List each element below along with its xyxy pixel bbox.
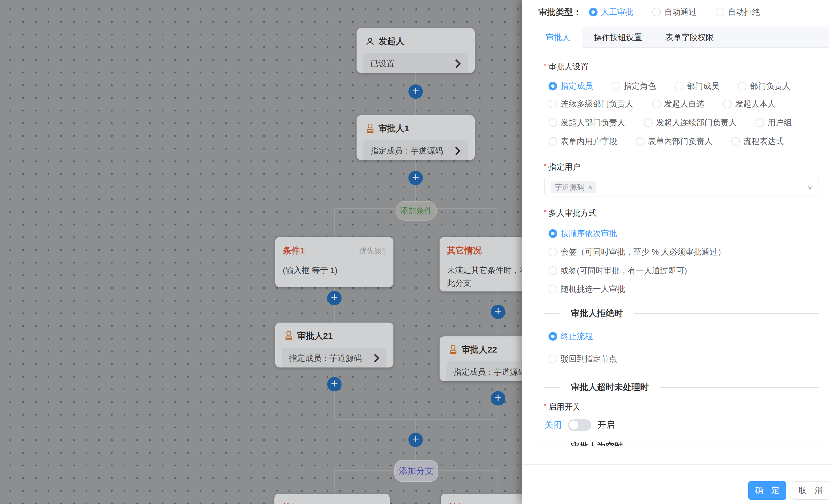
radio-assign-member[interactable]: 指定成员	[548, 81, 593, 92]
radio-auto-reject[interactable]: 自动拒绝	[716, 7, 760, 18]
chevron-right-icon	[455, 59, 461, 68]
empty-approver-divider: 审批人为空时	[544, 440, 819, 446]
connector-line	[334, 369, 335, 419]
connector-line	[334, 208, 335, 237]
radio-form-user-field[interactable]: 表单内用户字段	[548, 136, 617, 147]
reject-section-title: 审批人拒绝时	[571, 308, 623, 320]
node-config-row[interactable]: 指定成员：芋道源码	[363, 140, 468, 160]
radio-dept-member[interactable]: 部门成员	[675, 81, 719, 92]
stamp-icon	[284, 331, 294, 341]
radio-process-expression[interactable]: 流程表达式	[731, 136, 784, 147]
approver-setup-row1: 指定成员 指定角色 部门成员 部门负责人	[548, 81, 790, 92]
add-branch-label: 添加分支	[399, 465, 433, 477]
required-mark: *	[544, 161, 547, 170]
radio-icon	[652, 8, 661, 17]
radio-auto-pass[interactable]: 自动通过	[652, 7, 697, 18]
radio-dept-leader[interactable]: 部门负责人	[738, 81, 790, 92]
multi-approve-row: 随机挑选一人审批	[548, 284, 625, 295]
radio-icon	[548, 267, 557, 275]
add-node-button[interactable]: +	[408, 433, 423, 447]
radio-icon	[548, 137, 557, 146]
required-mark: *	[544, 61, 547, 70]
add-node-button[interactable]: +	[408, 171, 423, 185]
approver-setup-row2: 连续多级部门负责人 发起人自选 发起人本人	[548, 99, 776, 109]
add-node-button[interactable]: +	[491, 305, 505, 319]
multi-approve-row: 按顺序依次审批	[548, 228, 617, 239]
condition-title: 条件1	[283, 245, 305, 257]
radio-user-group[interactable]: 用户组	[756, 117, 792, 128]
approver21-node[interactable]: 审批人21 指定成员：芋道源码	[275, 323, 394, 368]
node-title: 审批人22	[461, 344, 497, 356]
branch-title: 并行2	[448, 502, 470, 504]
node-title: 发起人	[378, 35, 404, 47]
reject-option-row: 终止流程	[548, 331, 593, 342]
branch-merge-line	[334, 419, 498, 420]
multi-approve-label: *多人审批方式	[544, 208, 597, 219]
radio-icon	[589, 8, 597, 17]
node-config-text: 指定成员：芋道源码	[289, 353, 362, 364]
multi-approve-row: 会签（可同时审批，至少 % 人必须审批通过）	[548, 247, 725, 257]
radio-initiator-multi-dept-leader[interactable]: 发起人连续部门负责人	[644, 117, 737, 128]
node-config-row[interactable]: 指定成员：芋道源码	[282, 348, 386, 368]
assigned-user-select[interactable]: 芋道源码 × ∨	[545, 178, 819, 196]
radio-manual-approve[interactable]: 人工审批	[589, 7, 633, 18]
empty-approver-title: 审批人为空时	[571, 440, 623, 446]
radio-random-one[interactable]: 随机挑选一人审批	[548, 284, 625, 295]
person-icon	[365, 36, 375, 46]
radio-icon	[548, 82, 557, 91]
tab-form-permissions[interactable]: 表单字段权限	[654, 27, 725, 48]
tab-approver[interactable]: 审批人	[534, 27, 582, 48]
radio-multi-level-dept-leader[interactable]: 连续多级部门负责人	[548, 99, 633, 109]
footer-divider	[522, 464, 833, 464]
radio-icon	[731, 137, 740, 146]
radio-or-sign[interactable]: 或签(可同时审批，有一人通过即可)	[548, 265, 687, 276]
switch-on-label: 开启	[597, 419, 615, 431]
timeout-section-title: 审批人超时未处理时	[571, 381, 649, 393]
condition-title: 其它情况	[447, 245, 482, 257]
radio-icon	[652, 100, 661, 108]
tag-close-icon[interactable]: ×	[588, 183, 592, 192]
reject-section-divider: 审批人拒绝时	[544, 308, 819, 320]
radio-initiator-dept-leader[interactable]: 发起人部门负责人	[548, 117, 625, 128]
enable-switch-row: 关闭 开启	[545, 419, 615, 431]
radio-initiator-choose[interactable]: 发起人自选	[652, 99, 705, 109]
tab-button-settings[interactable]: 操作按钮设置	[582, 27, 654, 48]
add-node-button[interactable]: +	[408, 84, 423, 99]
chevron-right-icon	[373, 354, 380, 362]
parallel1-node[interactable]: 并行1 无优先级	[275, 494, 390, 504]
radio-return-to-node[interactable]: 驳回到指定节点	[548, 353, 617, 364]
node-config-text: 指定成员：芋道源码	[371, 146, 443, 156]
confirm-button[interactable]: 确 定	[748, 481, 786, 500]
radio-sequential[interactable]: 按顺序依次审批	[548, 228, 617, 239]
user-tag: 芋道源码 ×	[550, 181, 596, 193]
add-node-button[interactable]: +	[491, 391, 505, 405]
start-node[interactable]: 发起人 已设置	[357, 28, 475, 73]
radio-assign-role[interactable]: 指定角色	[612, 81, 656, 92]
required-mark: *	[544, 208, 547, 216]
timeout-section-divider: 审批人超时未处理时	[544, 381, 819, 393]
node-config-text: 已设置	[371, 58, 395, 69]
add-node-button[interactable]: +	[327, 377, 341, 392]
branch-priority: 无优先级	[352, 503, 382, 504]
radio-initiator-self[interactable]: 发起人本人	[723, 99, 776, 109]
radio-terminate-process[interactable]: 终止流程	[548, 331, 593, 342]
radio-countersign[interactable]: 会签（可同时审批，至少 % 人必须审批通过）	[548, 247, 725, 257]
assigned-user-label: *指定用户	[544, 161, 580, 173]
branch-title: 并行1	[282, 502, 304, 504]
add-condition-button[interactable]: 添加条件	[396, 201, 437, 221]
approver1-node[interactable]: 审批人1 指定成员：芋道源码	[357, 115, 475, 160]
cancel-button[interactable]: 取 消	[792, 481, 829, 500]
stamp-icon	[448, 345, 458, 355]
radio-icon	[548, 332, 557, 341]
radio-form-dept-leader[interactable]: 表单内部门负责人	[636, 136, 713, 147]
add-branch-button[interactable]: 添加分支	[394, 460, 438, 482]
enable-toggle[interactable]	[568, 419, 591, 431]
add-node-button[interactable]: +	[327, 291, 341, 305]
condition-expression: (输入框 等于 1)	[275, 257, 394, 277]
chevron-down-icon: ∨	[807, 183, 813, 191]
radio-icon	[716, 8, 724, 17]
add-condition-label: 添加条件	[400, 205, 432, 216]
condition1-node[interactable]: 条件1 优先级1 (输入框 等于 1)	[275, 237, 394, 287]
approval-type-label: 审批类型：	[539, 6, 582, 18]
node-config-row[interactable]: 已设置	[363, 53, 468, 73]
